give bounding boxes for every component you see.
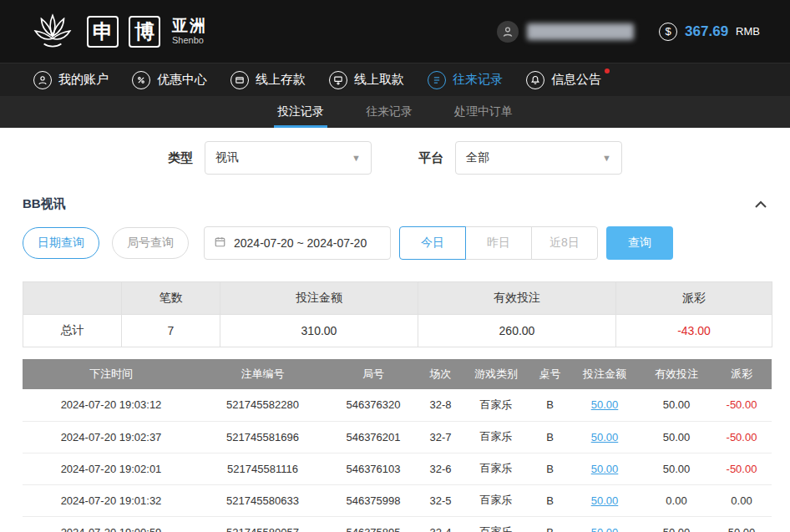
balance-currency: RMB <box>736 25 760 38</box>
nav-item-promotions[interactable]: 优惠中心 <box>132 71 207 89</box>
balance: $ 367.69 RMB <box>659 23 760 41</box>
table-cell: 32-7 <box>421 421 460 453</box>
table-cell: 32-6 <box>421 453 460 484</box>
detail-header-cell: 有效投注 <box>641 359 712 389</box>
brand-char-2: 博 <box>129 16 160 48</box>
platform-select[interactable]: 全部 ▼ <box>455 141 622 175</box>
type-select[interactable]: 视讯 ▼ <box>205 141 372 175</box>
nav-item-my-account[interactable]: 我的账户 <box>33 71 109 89</box>
nav-item-deposit[interactable]: 线上存款 <box>230 71 306 89</box>
date-range-value: 2024-07-20 ~ 2024-07-20 <box>234 236 367 250</box>
record-subtabs: 投注记录 往来记录 处理中订单 <box>0 96 790 128</box>
tab-processing-orders[interactable]: 处理中订单 <box>449 96 518 128</box>
date-query-tab[interactable]: 日期查询 <box>23 227 99 259</box>
table-cell: 546376320 <box>326 389 421 421</box>
table-row: 2024-07-20 19:02:37521745581696546376201… <box>23 421 772 453</box>
detail-header-cell: 局号 <box>326 359 421 389</box>
table-cell: B <box>532 453 568 484</box>
summary-header-cell: 派彩 <box>616 282 772 315</box>
table-cell: 2024-07-20 19:01:32 <box>23 484 200 516</box>
chevron-down-icon: ▼ <box>602 153 611 163</box>
bet-amount-link[interactable]: 50.00 <box>568 389 641 421</box>
section-header: BB视讯 <box>0 196 790 212</box>
detail-table-body: 2024-07-20 19:03:12521745582280546376320… <box>23 389 772 532</box>
detail-header-cell: 场次 <box>421 359 460 389</box>
table-cell: 50.00 <box>712 516 772 532</box>
summary-bet-amount: 310.00 <box>220 315 418 347</box>
table-cell: 546376201 <box>326 421 421 453</box>
date-range-input[interactable]: 2024-07-20 ~ 2024-07-20 <box>204 226 391 260</box>
type-filter-label: 类型 <box>168 150 193 166</box>
nav-item-withdraw[interactable]: 线上取款 <box>329 71 404 89</box>
table-cell: -50.00 <box>712 453 772 484</box>
user-icon <box>33 71 52 89</box>
today-button[interactable]: 今日 <box>399 226 466 260</box>
filter-row: 类型 视讯 ▼ 平台 全部 ▼ <box>0 141 790 175</box>
round-query-tab[interactable]: 局号查询 <box>112 227 189 259</box>
table-row: 2024-07-20 19:01:32521745580633546375998… <box>23 484 772 516</box>
summary-valid-bet: 260.00 <box>418 315 616 347</box>
records-icon <box>428 71 446 89</box>
table-cell: 521745582280 <box>200 389 326 421</box>
table-cell: 2024-07-20 19:03:12 <box>23 389 200 421</box>
bet-amount-link[interactable]: 50.00 <box>568 484 641 516</box>
summary-header-cell <box>23 282 122 315</box>
detail-header-row: 下注时间注单编号局号场次游戏类别桌号投注金额有效投注派彩 <box>23 359 772 389</box>
promo-icon <box>132 71 150 89</box>
last8days-button[interactable]: 近8日 <box>531 226 598 260</box>
table-cell: B <box>532 484 568 516</box>
table-cell: 521745581696 <box>200 421 326 453</box>
nav-item-announcements[interactable]: 信息公告 <box>526 71 601 89</box>
bet-amount-link[interactable]: 50.00 <box>568 516 641 532</box>
quick-range-group: 今日 昨日 近8日 <box>399 226 598 260</box>
platform-select-value: 全部 <box>466 150 489 165</box>
detail-header-cell: 桌号 <box>532 359 568 389</box>
table-row: 2024-07-20 19:03:12521745582280546376320… <box>23 389 772 421</box>
table-cell: -50.00 <box>712 389 772 421</box>
table-cell: B <box>532 389 568 421</box>
table-cell: 百家乐 <box>460 516 532 532</box>
tab-transaction-records[interactable]: 往来记录 <box>361 96 418 128</box>
type-select-value: 视讯 <box>215 150 239 165</box>
table-cell: 2024-07-20 19:02:37 <box>23 421 200 453</box>
brand: 申 博 亚洲 Shenbo <box>87 16 207 48</box>
table-cell: 百家乐 <box>460 421 532 453</box>
notification-badge-dot <box>605 68 610 73</box>
user-chip[interactable] <box>497 21 634 43</box>
nav-label: 信息公告 <box>551 72 601 88</box>
detail-header-cell: 派彩 <box>712 359 772 389</box>
table-cell: 0.00 <box>641 484 712 516</box>
detail-header-cell: 投注金额 <box>568 359 641 389</box>
summary-total-row: 总计 7 310.00 260.00 -43.00 <box>23 315 772 347</box>
summary-header-cell: 笔数 <box>122 282 220 315</box>
platform-filter-label: 平台 <box>418 150 443 166</box>
page: 申 博 亚洲 Shenbo $ 367.69 RMB <box>0 0 790 532</box>
table-cell: -50.00 <box>712 421 772 453</box>
lotus-logo-icon <box>30 9 75 54</box>
calendar-icon <box>214 236 226 251</box>
table-cell: 546375895 <box>326 516 421 532</box>
summary-header-row: 笔数 投注金额 有效投注 派彩 <box>23 282 772 315</box>
detail-header-cell: 下注时间 <box>23 359 200 389</box>
table-cell: 0.00 <box>712 484 772 516</box>
yesterday-button[interactable]: 昨日 <box>465 226 532 260</box>
table-cell: 521745581116 <box>200 453 326 484</box>
brand-region: 亚洲 <box>172 17 207 35</box>
table-cell: 546375998 <box>326 484 421 516</box>
table-cell: B <box>532 421 568 453</box>
table-cell: 521745580057 <box>200 516 326 532</box>
bet-amount-link[interactable]: 50.00 <box>568 421 641 453</box>
table-cell: 百家乐 <box>460 484 532 516</box>
tab-bet-records[interactable]: 投注记录 <box>272 96 329 128</box>
summary-table: 笔数 投注金额 有效投注 派彩 总计 7 310.00 260.00 -43.0… <box>23 281 772 347</box>
nav-item-records[interactable]: 往来记录 <box>428 71 503 89</box>
search-button[interactable]: 查询 <box>606 226 673 260</box>
nav-label: 线上存款 <box>256 72 306 88</box>
collapse-chevron-up-icon[interactable] <box>754 200 767 209</box>
section-title: BB视讯 <box>23 196 66 212</box>
table-cell: 32-4 <box>421 516 460 532</box>
bet-amount-link[interactable]: 50.00 <box>568 453 641 484</box>
user-name-masked <box>527 23 634 40</box>
table-cell: 百家乐 <box>460 389 532 421</box>
balance-amount: 367.69 <box>685 23 728 40</box>
